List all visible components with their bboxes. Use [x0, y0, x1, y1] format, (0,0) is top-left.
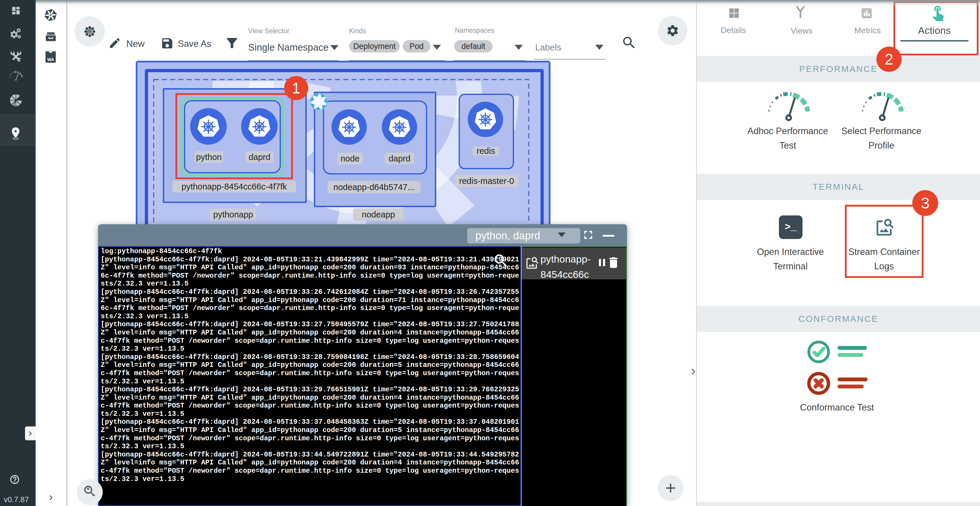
svg-text:WA: WA	[47, 57, 54, 62]
